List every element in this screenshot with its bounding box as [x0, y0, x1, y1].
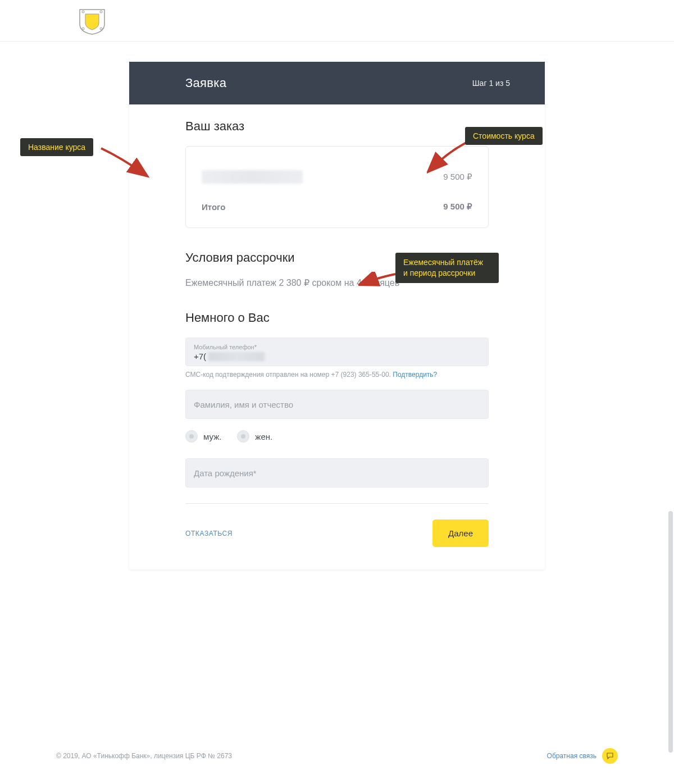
phone-field[interactable]: Мобильный телефон* +7(: [185, 338, 489, 366]
svg-point-2: [82, 28, 84, 30]
order-section-title: Ваш заказ: [185, 119, 489, 134]
gender-row: муж. жен.: [185, 430, 489, 443]
order-total-value: 9 500 ₽: [443, 202, 472, 212]
svg-point-1: [100, 11, 102, 13]
card-header: Заявка Шаг 1 из 5: [129, 62, 545, 104]
fio-field[interactable]: Фамилия, имя и отчество: [185, 390, 489, 419]
fio-placeholder: Фамилия, имя и отчество: [194, 400, 293, 409]
dob-field[interactable]: Дата рождения*: [185, 458, 489, 487]
tinkoff-logo-icon: [78, 7, 107, 35]
order-row-course: 9 500 ₽: [202, 170, 472, 184]
annotation-installment: Ежемесячный платёж и период рассрочки: [395, 253, 499, 283]
annotation-course-name: Название курса: [20, 138, 93, 156]
dob-placeholder: Дата рождения*: [194, 468, 257, 478]
gender-male-radio[interactable]: муж.: [185, 430, 221, 443]
decline-button[interactable]: ОТКАЗАТЬСЯ: [185, 530, 233, 537]
about-section-title: Немного о Вас: [185, 311, 489, 325]
course-price: 9 500 ₽: [443, 172, 472, 182]
gender-female-label: жен.: [255, 432, 272, 441]
svg-point-3: [100, 28, 102, 30]
gender-female-radio[interactable]: жен.: [237, 430, 272, 443]
order-row-total: Итого 9 500 ₽: [202, 202, 472, 212]
radio-icon: [237, 430, 249, 443]
copyright: © 2019, АО «Тинькофф Банк», лицензия ЦБ …: [56, 752, 232, 760]
footer: © 2019, АО «Тинькофф Банк», лицензия ЦБ …: [56, 748, 618, 764]
radio-icon: [185, 430, 198, 443]
application-title: Заявка: [185, 76, 226, 90]
svg-point-0: [82, 11, 84, 13]
next-button[interactable]: Далее: [432, 519, 489, 547]
order-total-label: Итого: [202, 202, 225, 212]
annotation-course-price: Стоимость курса: [465, 127, 543, 145]
phone-redacted: [208, 352, 265, 361]
order-box: 9 500 ₽ Итого 9 500 ₽: [185, 146, 489, 228]
feedback-label: Обратная связь: [547, 752, 596, 760]
page-content: Заявка Шаг 1 из 5 Ваш заказ 9 500 ₽ Итог…: [0, 42, 674, 614]
phone-prefix: +7(: [194, 352, 206, 361]
sms-hint-text: СМС-код подтверждения отправлен на номер…: [185, 371, 391, 379]
chat-icon: [602, 748, 618, 764]
topbar: [0, 0, 674, 42]
phone-label: Мобильный телефон*: [194, 344, 480, 350]
feedback-link[interactable]: Обратная связь: [547, 748, 618, 764]
sms-hint: СМС-код подтверждения отправлен на номер…: [185, 371, 489, 379]
sms-confirm-link[interactable]: Подтвердить?: [393, 371, 437, 379]
course-name-redacted: [202, 170, 303, 184]
scrollbar[interactable]: [668, 511, 673, 753]
actions-row: ОТКАЗАТЬСЯ Далее: [185, 519, 489, 547]
step-indicator: Шаг 1 из 5: [472, 79, 510, 88]
card-body: Ваш заказ 9 500 ₽ Итого 9 500 ₽ Условия …: [129, 104, 545, 569]
gender-male-label: муж.: [203, 432, 221, 441]
divider: [185, 503, 489, 504]
